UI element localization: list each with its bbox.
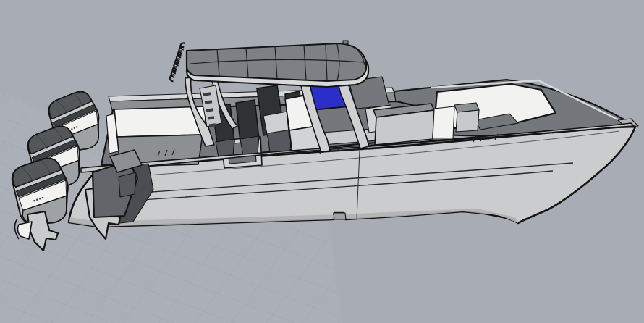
propeller-cone (17, 222, 32, 239)
small-box-front (456, 110, 479, 132)
roof-antenna-mount (343, 41, 348, 44)
viewport-canvas[interactable] (0, 0, 644, 323)
seat-cushion (268, 130, 292, 154)
bracket-plate (119, 172, 136, 197)
hull-step-fitting (334, 213, 346, 219)
seat-cushion (216, 139, 234, 157)
seat-back (236, 100, 259, 142)
viewport-3d[interactable] (0, 0, 644, 323)
box-gap (433, 106, 454, 139)
